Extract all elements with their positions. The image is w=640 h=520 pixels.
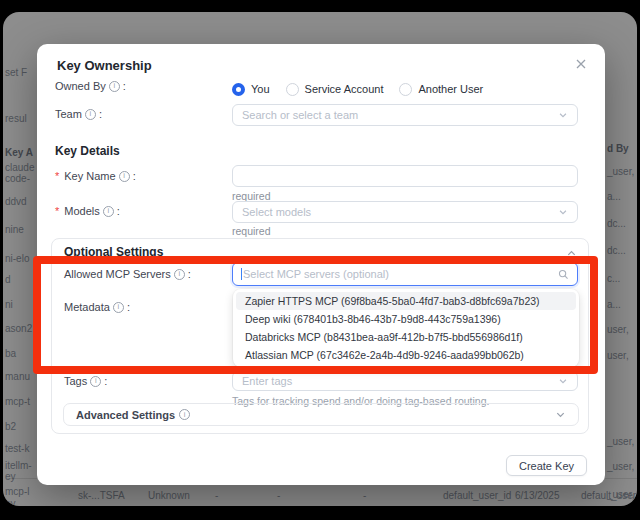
bg-table-fragment: ddvd — [5, 196, 27, 207]
bg-table-fragment: user, — [607, 324, 629, 335]
bg-table-cell: default_user_id — [443, 490, 511, 501]
bg-table-fragment: dc... — [607, 218, 626, 229]
bg-table-fragment: d — [5, 274, 11, 285]
metadata-label: Metadata i : — [64, 301, 130, 313]
chevron-down-icon — [558, 376, 568, 386]
info-icon: i — [103, 206, 114, 217]
bg-table-fragment: _user, — [607, 461, 634, 472]
bg-table-fragment: _user, — [607, 436, 634, 447]
bg-table-fragment: set F — [5, 67, 27, 78]
tags-label-text: Tags — [64, 375, 87, 387]
bg-table-fragment: mcp-t — [5, 396, 30, 407]
bg-table-fragment: _user, — [607, 166, 634, 177]
team-label: Team i : — [55, 108, 102, 120]
info-icon: i — [90, 376, 101, 387]
close-icon[interactable] — [573, 56, 589, 72]
key-name-input[interactable] — [232, 165, 578, 187]
metadata-label-text: Metadata — [64, 301, 110, 313]
bg-table-fragment: b2 — [5, 421, 16, 432]
key-name-label-text: Key Name — [64, 170, 115, 182]
advanced-settings-card[interactable]: Advanced Settings i — [63, 403, 579, 426]
dropdown-option-atlassian[interactable]: Atlassian MCP (67c3462e-2a4b-4d9b-9246-a… — [236, 346, 576, 364]
key-ownership-modal: Key Ownership Owned By i : You Service A… — [37, 44, 605, 485]
bg-table-cell: 6/13/2025 — [515, 490, 560, 501]
allowed-mcp-label: Allowed MCP Servers i : — [64, 268, 191, 280]
label-colon: : — [104, 375, 107, 387]
modal-title: Key Ownership — [57, 58, 152, 73]
owned-by-label: Owned By i : — [55, 80, 126, 92]
radio-service-account[interactable]: Service Account — [286, 83, 384, 96]
radio-you[interactable]: You — [232, 83, 270, 96]
allowed-mcp-input[interactable] — [232, 262, 578, 286]
models-select-placeholder: Select models — [242, 206, 558, 218]
bg-table-cell: - — [277, 490, 280, 501]
bg-table-fragment: resul — [5, 113, 27, 124]
optional-settings-heading: Optional Settings — [64, 245, 163, 259]
collapse-chevron-up-icon[interactable] — [566, 245, 577, 263]
allowed-mcp-label-text: Allowed MCP Servers — [64, 268, 171, 280]
radio-you-label: You — [251, 83, 270, 95]
info-icon: i — [174, 269, 185, 280]
info-icon: i — [113, 302, 124, 313]
bg-table-fragment: itellm- — [5, 460, 32, 471]
bg-table-cell: - — [363, 490, 366, 501]
bg-table-fragment: a... — [607, 299, 621, 310]
required-asterisk: * — [55, 170, 59, 182]
bg-table-fragment: ey — [5, 471, 16, 482]
label-colon: : — [133, 170, 136, 182]
bg-table-fragment: dc... — [607, 245, 626, 256]
bg-table-header-fragment: d By — [607, 143, 629, 154]
allowed-mcp-text-input[interactable] — [243, 268, 558, 280]
bg-table-fragment: test-k — [5, 443, 29, 454]
bg-table-fragment: ba — [5, 348, 16, 359]
bg-table-fragment: claude — [5, 162, 34, 173]
bg-table-fragment: ey — [5, 498, 16, 506]
bg-table-fragment: ni — [5, 299, 13, 310]
search-icon — [558, 269, 569, 280]
bg-table-fragment: nine — [5, 224, 24, 235]
bg-table-cell: Unknown — [148, 490, 190, 501]
radio-unselected-icon — [286, 83, 299, 96]
models-select[interactable]: Select models — [232, 201, 578, 223]
label-colon: : — [117, 205, 120, 217]
dropdown-option-zapier[interactable]: Zapier HTTPS MCP (69f8ba45-5ba0-4fd7-bab… — [236, 292, 576, 310]
radio-service-account-label: Service Account — [305, 83, 384, 95]
dropdown-option-deep-wiki[interactable]: Deep wiki (678401b3-8b46-43b7-b9d8-443c7… — [236, 310, 576, 328]
bg-table-fragment: ason2 — [5, 323, 32, 334]
info-icon: i — [85, 109, 96, 120]
bg-table-cell: sk-...TSFA — [78, 490, 125, 501]
chevron-down-icon — [558, 110, 568, 120]
create-key-button[interactable]: Create Key — [506, 455, 587, 476]
tags-select-placeholder: Enter tags — [242, 375, 558, 387]
owned-by-radio-group: You Service Account Another User — [232, 78, 578, 100]
bg-table-fragment: c... — [607, 273, 620, 284]
team-select[interactable]: Search or select a team — [232, 104, 578, 126]
dropdown-option-databricks[interactable]: Databricks MCP (b8431bea-aa9f-412b-b7f5-… — [236, 328, 576, 346]
chevron-down-icon — [558, 207, 568, 217]
bg-table-fragment: user, — [607, 350, 629, 361]
models-label: * Models i : — [55, 205, 120, 217]
radio-selected-icon — [232, 83, 245, 96]
info-icon: i — [109, 81, 120, 92]
text-caret — [241, 268, 242, 280]
bg-table-fragment: mcp-l — [5, 486, 29, 497]
owned-by-label-text: Owned By — [55, 80, 106, 92]
radio-another-user-label: Another User — [418, 83, 483, 95]
radio-unselected-icon — [399, 83, 412, 96]
bg-table-fragment: manu — [5, 371, 30, 382]
label-colon: : — [99, 108, 102, 120]
label-colon: : — [123, 80, 126, 92]
tags-select[interactable]: Enter tags — [232, 371, 578, 391]
advanced-settings-label: Advanced Settings — [76, 409, 175, 421]
bg-table-fragment: ni-elo — [5, 253, 29, 264]
key-name-label: * Key Name i : — [55, 170, 136, 182]
bg-table-fragment: a... — [607, 191, 621, 202]
info-icon: i — [179, 409, 190, 420]
team-select-placeholder: Search or select a team — [242, 109, 558, 121]
mcp-servers-dropdown: Zapier HTTPS MCP (69f8ba45-5ba0-4fd7-bab… — [233, 289, 579, 367]
radio-another-user[interactable]: Another User — [399, 83, 483, 96]
required-asterisk: * — [55, 205, 59, 217]
info-icon: i — [119, 171, 130, 182]
team-label-text: Team — [55, 108, 82, 120]
models-label-text: Models — [64, 205, 99, 217]
